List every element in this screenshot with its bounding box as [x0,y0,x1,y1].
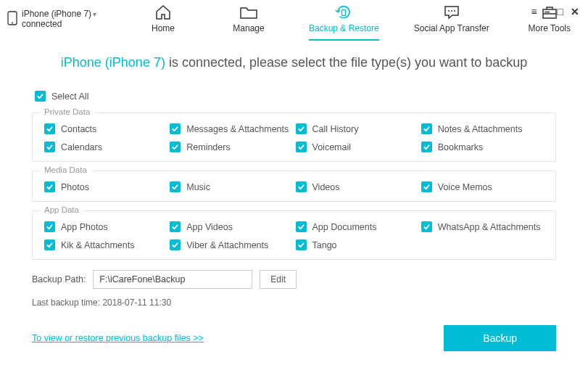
home-icon [154,4,172,20]
headline-device: iPhone (iPhone 7) [61,55,165,70]
filetype-label: Videos [312,182,340,192]
filetype-label: App Photos [61,222,108,232]
backup-path-row: Backup Path: Edit [32,270,556,289]
tab-home-label: Home [152,23,175,33]
filetype-checkbox[interactable]: Contacts [44,123,167,134]
chat-icon [443,4,460,20]
filetype-checkbox[interactable]: WhatsApp & Attachments [421,221,544,232]
group-private-title: Private Data [40,107,94,116]
svg-point-5 [454,10,455,12]
restore-icon [335,4,352,20]
checkmark-icon [296,123,307,134]
window-controls: ≡ – □ ✕ [531,6,579,17]
select-all-label: Select All [51,91,88,102]
device-text: iPhone (iPhone 7)▾ connected [22,9,96,30]
tab-manage[interactable]: Manage [223,4,274,41]
select-all-checkbox[interactable]: Select All [35,91,88,102]
checkmark-icon [170,221,181,232]
group-media-data: Media Data PhotosMusicVideosVoice Memos [32,171,556,202]
checkmark-icon [44,123,55,134]
filetype-label: Photos [61,182,89,192]
filetype-checkbox[interactable]: Voicemail [296,142,418,152]
edit-path-button[interactable]: Edit [260,270,297,289]
filetype-label: WhatsApp & Attachments [438,222,541,232]
filetype-checkbox[interactable]: Videos [296,181,418,192]
tab-manage-label: Manage [233,23,264,33]
svg-point-3 [448,10,450,12]
headline: iPhone (iPhone 7) is connected, please s… [32,55,556,70]
device-indicator[interactable]: iPhone (iPhone 7)▾ connected [7,9,116,30]
filetype-checkbox[interactable]: Messages & Attachments [170,123,292,134]
filetype-label: Contacts [61,124,96,134]
filetype-label: Reminders [186,142,230,152]
phone-icon [7,11,17,28]
tab-tools-label: More Tools [529,23,571,33]
filetype-checkbox[interactable]: Viber & Attachments [170,239,292,250]
filetype-checkbox[interactable]: Bookmarks [421,142,544,152]
filetype-label: Viber & Attachments [186,240,268,250]
group-app-title: App Data [40,205,83,214]
filetype-checkbox[interactable]: Tango [296,239,418,250]
filetype-label: Messages & Attachments [186,124,289,134]
svg-point-4 [451,10,452,12]
maximize-button[interactable]: □ [558,6,563,17]
tab-social-label: Social App Transfer [414,23,489,33]
filetype-checkbox[interactable]: Call History [296,123,418,134]
filetype-checkbox[interactable]: Notes & Attachments [421,123,544,134]
menu-icon[interactable]: ≡ [531,6,537,17]
filetype-checkbox[interactable]: Reminders [170,142,292,152]
checkmark-icon [421,181,432,192]
filetype-checkbox[interactable]: Voice Memos [421,181,544,192]
filetype-checkbox[interactable]: Calendars [44,142,167,152]
filetype-label: Bookmarks [438,142,484,152]
checkmark-icon [44,239,55,250]
checkmark-icon [35,91,46,102]
tab-home[interactable]: Home [138,4,189,41]
tab-social[interactable]: Social App Transfer [414,4,489,41]
checkmark-icon [421,221,432,232]
backup-button[interactable]: Backup [444,325,556,351]
tab-backup-restore[interactable]: Backup & Restore [309,4,379,41]
group-private-data: Private Data ContactsMessages & Attachme… [32,112,556,162]
checkmark-icon [421,142,432,152]
footer: To view or restore previous backup files… [32,325,556,351]
filetype-label: Voice Memos [438,182,492,192]
group-media-title: Media Data [40,165,91,174]
filetype-label: App Documents [312,222,377,232]
nav-tabs: Home Manage Backup & Restore Social App … [138,4,575,41]
checkmark-icon [170,142,181,152]
svg-point-1 [12,22,13,23]
checkmark-icon [296,142,307,152]
filetype-checkbox[interactable]: App Videos [170,221,292,232]
checkmark-icon [170,239,181,250]
tab-backup-label: Backup & Restore [309,23,379,33]
filetype-checkbox[interactable]: App Documents [296,221,418,232]
backup-path-input[interactable] [93,270,252,289]
checkmark-icon [44,221,55,232]
checkmark-icon [170,123,181,134]
filetype-checkbox[interactable]: Photos [44,181,167,192]
checkmark-icon [296,239,307,250]
filetype-label: Calendars [61,142,102,152]
checkmark-icon [296,181,307,192]
filetype-label: App Videos [186,222,233,232]
close-button[interactable]: ✕ [571,6,579,17]
last-backup-time: Last backup time: 2018-07-11 11:30 [32,298,556,308]
main-content: iPhone (iPhone 7) is connected, please s… [0,42,588,358]
chevron-down-icon: ▾ [93,10,96,18]
group-app-data: App Data App PhotosApp VideosApp Documen… [32,210,556,260]
restore-link[interactable]: To view or restore previous backup files… [32,333,204,343]
topbar: iPhone (iPhone 7)▾ connected Home Manage… [0,0,588,42]
filetype-checkbox[interactable]: Music [170,181,292,192]
select-all-row: Select All [35,91,556,102]
filetype-label: Call History [312,124,359,134]
filetype-label: Notes & Attachments [438,124,523,134]
minimize-button[interactable]: – [544,6,550,17]
device-status: connected [22,19,96,29]
folder-icon [239,4,258,20]
checkmark-icon [421,123,432,134]
filetype-checkbox[interactable]: App Photos [44,221,167,232]
filetype-checkbox[interactable]: Kik & Attachments [44,239,167,250]
device-name: iPhone (iPhone 7) [22,9,91,19]
checkmark-icon [296,221,307,232]
